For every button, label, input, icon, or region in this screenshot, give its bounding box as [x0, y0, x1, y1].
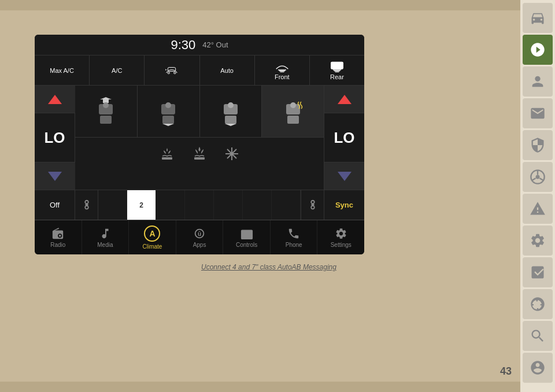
nav-radio-button[interactable]: Radio [35, 220, 82, 254]
seat-heat-cool-row [75, 138, 324, 169]
sidebar-item-person[interactable] [523, 66, 553, 97]
climate-middle-section: LO [35, 86, 364, 190]
status-bar: 9:30 42° Out [35, 35, 364, 56]
bottom-decorative-bar [0, 382, 520, 392]
svg-marker-15 [100, 97, 112, 103]
fan-speed-row: Off 2 Sync [35, 190, 364, 220]
front-defrost-button[interactable]: Front [255, 56, 310, 85]
top-decorative-bar [0, 0, 520, 10]
fan-speed-5[interactable] [214, 190, 243, 220]
right-sidebar [520, 0, 555, 392]
fan-icon-right[interactable] [301, 190, 324, 220]
nav-climate-button[interactable]: A Climate [129, 220, 176, 254]
seat-passenger-lower-button[interactable] [200, 86, 262, 137]
up-arrow-icon [48, 95, 62, 104]
seat-cool-button[interactable] [221, 143, 242, 164]
svg-point-7 [174, 72, 176, 73]
left-temp-display: LO [44, 113, 65, 162]
right-temp-display: LO [334, 113, 354, 162]
fan-speed-4[interactable] [185, 190, 214, 220]
seat-controls-area [75, 86, 324, 190]
right-temp-down-button[interactable] [324, 162, 365, 190]
svg-text:ū: ū [198, 230, 201, 236]
svg-rect-5 [168, 67, 176, 71]
nav-settings-button[interactable]: Settings [317, 220, 364, 254]
sidebar-item-search[interactable] [523, 321, 553, 351]
outside-temp: 42° Out [202, 40, 228, 49]
right-temp-up-button[interactable] [324, 86, 365, 113]
up-arrow-right-icon [338, 95, 352, 104]
right-temp-control: LO [324, 86, 364, 190]
seat-rear-heating-button[interactable] [262, 86, 324, 137]
recirculate-button[interactable] [145, 56, 199, 85]
nav-apps-button[interactable]: ū Apps [176, 220, 224, 254]
fan-speed-7[interactable] [272, 190, 301, 220]
svg-point-36 [230, 152, 234, 156]
fan-icon-left[interactable] [75, 190, 98, 220]
sidebar-item-user[interactable] [523, 353, 553, 383]
seat-buttons-row [75, 86, 324, 138]
sidebar-item-service[interactable] [523, 225, 553, 256]
svg-line-4 [540, 178, 543, 180]
svg-rect-31 [194, 157, 205, 160]
seat-heat-low-button[interactable] [157, 143, 177, 164]
climate-active-icon: A [144, 225, 160, 242]
left-temp-control: LO [35, 86, 75, 190]
fan-speed-1[interactable] [98, 190, 127, 220]
svg-point-18 [103, 102, 109, 108]
max-ac-button[interactable]: Max A/C [35, 56, 90, 85]
svg-rect-21 [162, 116, 174, 124]
sidebar-item-car-info[interactable] [523, 3, 553, 33]
fan-speed-6[interactable] [243, 190, 272, 220]
svg-rect-28 [287, 116, 299, 124]
sidebar-item-warning[interactable] [523, 194, 553, 224]
svg-rect-17 [100, 116, 112, 124]
svg-point-6 [168, 72, 169, 73]
nav-media-button[interactable]: Media [82, 220, 130, 254]
fan-speed-2[interactable]: 2 [127, 190, 156, 220]
clock-display: 9:30 [171, 38, 195, 53]
fan-speed-selector: 2 [98, 190, 301, 220]
fan-speed-3[interactable] [156, 190, 185, 220]
svg-line-3 [532, 178, 536, 180]
sidebar-item-mail[interactable] [523, 98, 553, 128]
rear-defrost-button[interactable]: Rear [310, 56, 364, 85]
left-temp-down-button[interactable] [35, 162, 75, 190]
down-arrow-right-icon [338, 172, 352, 181]
seat-heat-high-button[interactable] [189, 143, 210, 164]
svg-point-1 [536, 175, 540, 179]
left-temp-up-button[interactable] [35, 86, 75, 113]
sidebar-item-steering[interactable] [523, 162, 553, 192]
sync-button[interactable]: Sync [324, 190, 364, 220]
sidebar-item-safety[interactable] [523, 130, 553, 160]
top-controls-row: Max A/C A/C Auto Fr [35, 56, 364, 86]
svg-rect-30 [162, 157, 172, 160]
infotainment-screen: 9:30 42° Out Max A/C A/C Auto [35, 35, 364, 254]
ac-button[interactable]: A/C [90, 56, 145, 85]
seat-driver-upper-button[interactable] [75, 86, 138, 137]
auto-button[interactable]: Auto [200, 56, 255, 85]
bottom-nav-bar: Radio Media A Climate ū Apps Controls [35, 220, 364, 254]
nav-phone-button[interactable]: Phone [271, 220, 318, 254]
svg-rect-25 [225, 116, 236, 124]
screen-caption: Uconnect 4 and 7" class AutoAB Messaging [35, 263, 503, 271]
sidebar-item-gauge[interactable] [523, 289, 553, 319]
svg-point-22 [165, 102, 171, 108]
fan-off-button[interactable]: Off [35, 190, 75, 220]
sidebar-item-vehicle[interactable] [523, 35, 553, 65]
svg-point-29 [290, 102, 296, 108]
sidebar-item-checklist[interactable] [523, 257, 553, 287]
nav-controls-button[interactable]: Controls [223, 220, 271, 254]
svg-point-26 [228, 102, 234, 108]
down-arrow-icon [48, 172, 62, 181]
page-number: 43 [500, 365, 512, 378]
seat-driver-lower-button[interactable] [138, 86, 200, 137]
